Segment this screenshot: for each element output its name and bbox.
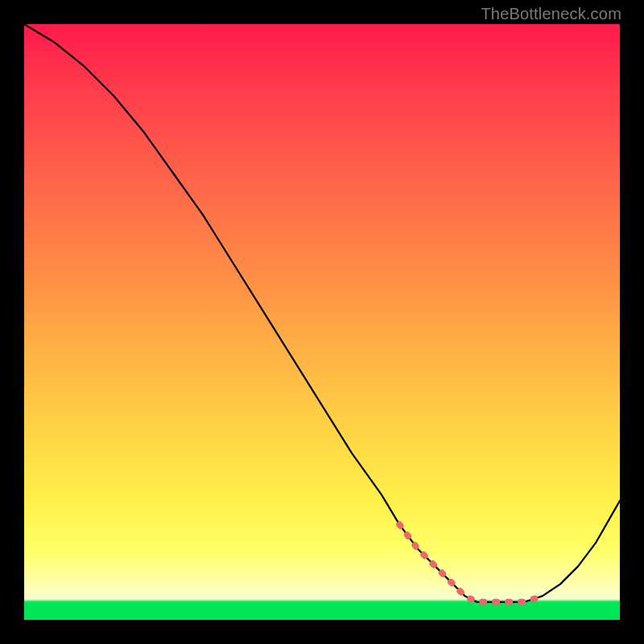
watermark-text: TheBottleneck.com [481, 5, 621, 23]
chart-plot-area [24, 24, 620, 620]
chart-frame: TheBottleneck.com [0, 0, 644, 644]
bottleneck-curve [24, 24, 620, 602]
highlight-segment [399, 525, 543, 602]
chart-curve-layer [24, 24, 620, 620]
